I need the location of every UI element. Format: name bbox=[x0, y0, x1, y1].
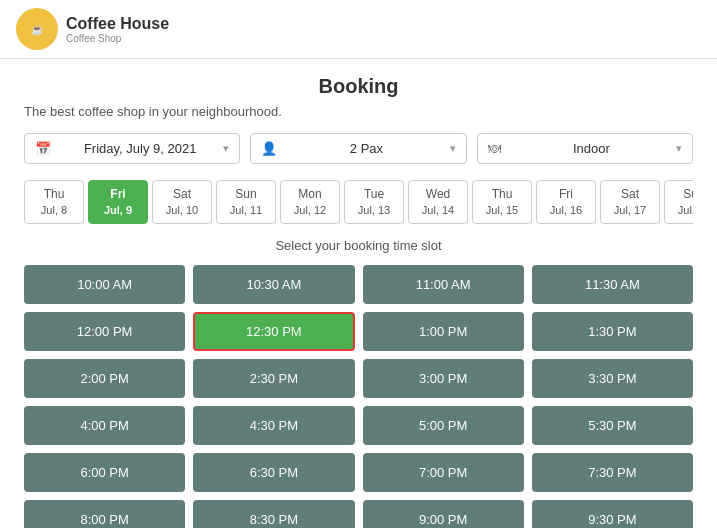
pax-dropdown-icon: 👤 bbox=[261, 141, 277, 156]
time-slot-19[interactable]: 7:30 PM bbox=[532, 453, 693, 492]
time-slot-16[interactable]: 6:00 PM bbox=[24, 453, 185, 492]
tab-day: Fri bbox=[541, 187, 591, 203]
pax-dropdown-value: 2 Pax bbox=[350, 141, 383, 156]
tab-date: Jul, 18 bbox=[669, 203, 693, 217]
tab-day: Sun bbox=[221, 187, 271, 203]
pax-dropdown-arrow: ▾ bbox=[450, 142, 456, 155]
tab-day: Mon bbox=[285, 187, 335, 203]
date-tab-2[interactable]: SatJul, 10 bbox=[152, 180, 212, 224]
tab-date: Jul, 9 bbox=[93, 203, 143, 217]
time-slot-18[interactable]: 7:00 PM bbox=[363, 453, 524, 492]
time-slot-3[interactable]: 11:30 AM bbox=[532, 265, 693, 304]
time-slot-17[interactable]: 6:30 PM bbox=[193, 453, 354, 492]
tab-date: Jul, 16 bbox=[541, 203, 591, 217]
time-slot-15[interactable]: 5:30 PM bbox=[532, 406, 693, 445]
tab-day: Sat bbox=[605, 187, 655, 203]
date-tabs: ThuJul, 8FriJul, 9SatJul, 10SunJul, 11Mo… bbox=[24, 180, 693, 224]
time-slot-20[interactable]: 8:00 PM bbox=[24, 500, 185, 528]
date-tab-3[interactable]: SunJul, 11 bbox=[216, 180, 276, 224]
time-slot-1[interactable]: 10:30 AM bbox=[193, 265, 354, 304]
header: ☕ Coffee House Coffee Shop bbox=[0, 0, 717, 59]
date-tab-10[interactable]: SunJul, 18 bbox=[664, 180, 693, 224]
time-slot-21[interactable]: 8:30 PM bbox=[193, 500, 354, 528]
location-dropdown[interactable]: 🍽 Indoor ▾ bbox=[477, 133, 693, 164]
tab-date: Jul, 13 bbox=[349, 203, 399, 217]
time-slot-22[interactable]: 9:00 PM bbox=[363, 500, 524, 528]
date-tab-8[interactable]: FriJul, 16 bbox=[536, 180, 596, 224]
page-title: Booking bbox=[24, 75, 693, 98]
date-tab-0[interactable]: ThuJul, 8 bbox=[24, 180, 84, 224]
date-tab-9[interactable]: SatJul, 17 bbox=[600, 180, 660, 224]
time-section-title: Select your booking time slot bbox=[24, 238, 693, 253]
time-slot-13[interactable]: 4:30 PM bbox=[193, 406, 354, 445]
time-slot-8[interactable]: 2:00 PM bbox=[24, 359, 185, 398]
app-title: Coffee House bbox=[66, 14, 169, 33]
tab-date: Jul, 14 bbox=[413, 203, 463, 217]
tab-date: Jul, 8 bbox=[29, 203, 79, 217]
tab-date: Jul, 10 bbox=[157, 203, 207, 217]
tab-date: Jul, 12 bbox=[285, 203, 335, 217]
logo: ☕ bbox=[16, 8, 58, 50]
location-dropdown-value: Indoor bbox=[573, 141, 610, 156]
date-dropdown-icon: 📅 bbox=[35, 141, 51, 156]
tab-date: Jul, 17 bbox=[605, 203, 655, 217]
time-slot-6[interactable]: 1:00 PM bbox=[363, 312, 524, 351]
date-tab-5[interactable]: TueJul, 13 bbox=[344, 180, 404, 224]
time-slot-4[interactable]: 12:00 PM bbox=[24, 312, 185, 351]
location-dropdown-arrow: ▾ bbox=[676, 142, 682, 155]
logo-text: Coffee House Coffee Shop bbox=[66, 14, 169, 44]
tab-day: Sun bbox=[669, 187, 693, 203]
time-slot-2[interactable]: 11:00 AM bbox=[363, 265, 524, 304]
date-dropdown-value: Friday, July 9, 2021 bbox=[84, 141, 196, 156]
logo-icon: ☕ bbox=[31, 24, 43, 35]
time-slot-12[interactable]: 4:00 PM bbox=[24, 406, 185, 445]
time-slot-10[interactable]: 3:00 PM bbox=[363, 359, 524, 398]
tab-day: Tue bbox=[349, 187, 399, 203]
date-tab-7[interactable]: ThuJul, 15 bbox=[472, 180, 532, 224]
pax-dropdown[interactable]: 👤 2 Pax ▾ bbox=[250, 133, 466, 164]
app-subtitle: Coffee Shop bbox=[66, 33, 169, 44]
time-slot-5[interactable]: 12:30 PM bbox=[193, 312, 354, 351]
main-content: Booking The best coffee shop in your nei… bbox=[0, 59, 717, 528]
page-subtitle: The best coffee shop in your neighbourho… bbox=[24, 104, 693, 119]
date-dropdown-arrow: ▾ bbox=[223, 142, 229, 155]
location-dropdown-icon: 🍽 bbox=[488, 141, 501, 156]
tab-day: Thu bbox=[477, 187, 527, 203]
time-grid: 10:00 AM10:30 AM11:00 AM11:30 AM12:00 PM… bbox=[24, 265, 693, 528]
date-tab-4[interactable]: MonJul, 12 bbox=[280, 180, 340, 224]
tab-day: Sat bbox=[157, 187, 207, 203]
tab-day: Wed bbox=[413, 187, 463, 203]
date-tab-6[interactable]: WedJul, 14 bbox=[408, 180, 468, 224]
date-dropdown[interactable]: 📅 Friday, July 9, 2021 ▾ bbox=[24, 133, 240, 164]
time-slot-0[interactable]: 10:00 AM bbox=[24, 265, 185, 304]
tab-date: Jul, 15 bbox=[477, 203, 527, 217]
time-slot-11[interactable]: 3:30 PM bbox=[532, 359, 693, 398]
time-slot-9[interactable]: 2:30 PM bbox=[193, 359, 354, 398]
tab-day: Thu bbox=[29, 187, 79, 203]
tab-date: Jul, 11 bbox=[221, 203, 271, 217]
time-slot-14[interactable]: 5:00 PM bbox=[363, 406, 524, 445]
tab-day: Fri bbox=[93, 187, 143, 203]
dropdowns-row: 📅 Friday, July 9, 2021 ▾ 👤 2 Pax ▾ 🍽 Ind… bbox=[24, 133, 693, 164]
time-slot-23[interactable]: 9:30 PM bbox=[532, 500, 693, 528]
date-tab-1[interactable]: FriJul, 9 bbox=[88, 180, 148, 224]
time-slot-7[interactable]: 1:30 PM bbox=[532, 312, 693, 351]
